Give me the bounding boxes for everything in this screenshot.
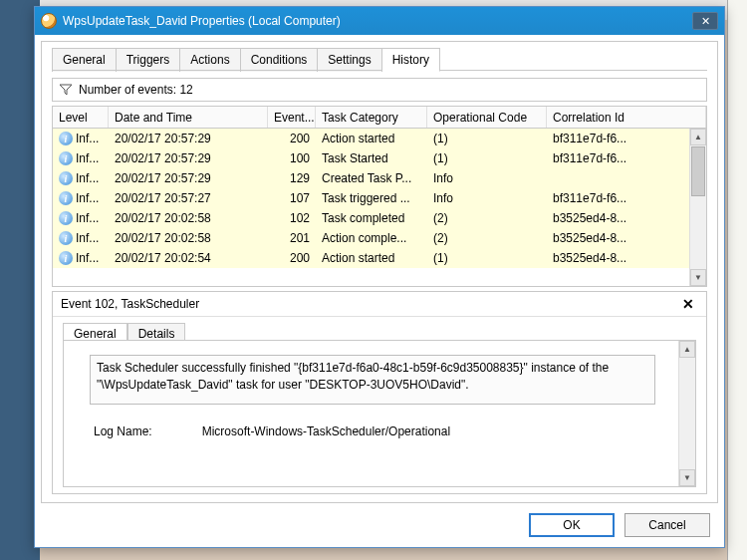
cell-date: 20/02/17 20:57:29 [109,171,268,185]
cell-event: 129 [268,171,316,185]
event-count-bar: Number of events: 12 [52,78,707,102]
log-name-value: Microsoft-Windows-TaskScheduler/Operatio… [202,424,450,438]
cell-level: iInf... [53,251,109,265]
cell-event: 107 [268,191,316,205]
cell-date: 20/02/17 20:02:54 [109,251,268,265]
cell-corr: bf311e7d-f6... [547,191,689,205]
cell-op: (2) [427,211,547,225]
event-count-label: Number of events: 12 [79,83,193,97]
grid-header: Level Date and Time Event... Task Catego… [53,107,706,129]
table-row[interactable]: iInf...20/02/17 20:57:29100Task Started(… [53,148,689,168]
close-button[interactable]: ✕ [692,12,718,30]
filter-icon[interactable] [59,84,73,96]
info-icon: i [59,151,73,165]
cell-event: 200 [268,132,316,145]
col-corr[interactable]: Correlation Id [547,107,706,128]
tab-actions[interactable]: Actions [180,48,240,72]
log-name-row: Log Name: Microsoft-Windows-TaskSchedule… [94,424,450,438]
cell-event: 200 [268,251,316,265]
table-row[interactable]: iInf...20/02/17 20:57:29200Action starte… [53,129,689,148]
table-row[interactable]: iInf...20/02/17 20:02:54200Action starte… [53,248,689,268]
app-icon [41,13,57,29]
info-icon: i [59,211,73,225]
client-area: General Triggers Actions Conditions Sett… [41,41,718,503]
scroll-up-button[interactable]: ▲ [690,129,706,145]
detail-scroll-up[interactable]: ▲ [679,341,695,358]
cell-op: (1) [427,251,547,265]
properties-dialog: WpsUpdateTask_David Properties (Local Co… [34,6,725,548]
cell-task: Action started [316,251,427,265]
event-detail-close-icon[interactable]: ✕ [678,296,698,312]
cell-event: 102 [268,211,316,225]
cancel-button[interactable]: Cancel [624,513,710,537]
cell-level: iInf... [53,132,109,145]
grid-body[interactable]: iInf...20/02/17 20:57:29200Action starte… [53,129,689,286]
cell-date: 20/02/17 20:02:58 [109,211,268,225]
cell-task: Action comple... [316,231,427,245]
cell-corr: bf311e7d-f6... [547,132,689,145]
tab-underline [52,70,707,71]
event-detail-panel: Event 102, TaskScheduler ✕ General Detai… [52,291,707,494]
scroll-thumb[interactable] [691,146,705,196]
cell-corr: b3525ed4-8... [547,231,689,245]
cell-corr: bf311e7d-f6... [547,151,689,165]
col-task[interactable]: Task Category [316,107,427,128]
info-icon: i [59,171,73,185]
table-row[interactable]: iInf...20/02/17 20:02:58201Action comple… [53,228,689,248]
cell-op: Info [427,171,547,185]
tab-general[interactable]: General [52,48,117,72]
col-level[interactable]: Level [53,107,109,128]
cell-task: Task triggered ... [316,191,427,205]
event-detail-title: Event 102, TaskScheduler [61,297,678,311]
cell-event: 201 [268,231,316,245]
tab-settings[interactable]: Settings [318,48,381,72]
info-icon: i [59,251,73,265]
detail-frame: Task Scheduler successfully finished "{b… [63,340,696,487]
detail-scroll-down[interactable]: ▼ [679,469,695,486]
event-grid: Level Date and Time Event... Task Catego… [52,106,707,287]
detail-scrollbar[interactable]: ▲ ▼ [678,341,695,486]
dialog-buttons: OK Cancel [529,513,710,537]
main-tabs: General Triggers Actions Conditions Sett… [52,48,440,72]
table-row[interactable]: iInf...20/02/17 20:02:58102Task complete… [53,208,689,228]
cell-level: iInf... [53,231,109,245]
history-panel: Number of events: 12 Level Date and Time… [52,78,707,494]
table-row[interactable]: iInf...20/02/17 20:57:29129Created Task … [53,168,689,188]
cell-op: (2) [427,231,547,245]
cell-date: 20/02/17 20:57:29 [109,151,268,165]
cell-date: 20/02/17 20:57:29 [109,132,268,145]
grid-scrollbar[interactable]: ▲ ▼ [689,129,706,286]
ok-button[interactable]: OK [529,513,615,537]
info-icon: i [59,231,73,245]
detail-scroll-track[interactable] [679,358,695,469]
cell-level: iInf... [53,171,109,185]
cell-date: 20/02/17 20:02:58 [109,231,268,245]
col-date[interactable]: Date and Time [109,107,268,128]
col-op[interactable]: Operational Code [427,107,547,128]
background-right [727,0,747,560]
cell-task: Task Started [316,151,427,165]
tab-triggers[interactable]: Triggers [117,48,181,72]
cell-task: Action started [316,132,427,145]
scroll-down-button[interactable]: ▼ [690,269,706,286]
scroll-track[interactable] [690,197,706,269]
cell-date: 20/02/17 20:57:27 [109,191,268,205]
cell-task: Task completed [316,211,427,225]
titlebar: WpsUpdateTask_David Properties (Local Co… [35,7,724,35]
cell-level: iInf... [53,211,109,225]
cell-op: (1) [427,151,547,165]
tab-history[interactable]: History [382,48,440,72]
cell-level: iInf... [53,151,109,165]
cell-event: 100 [268,151,316,165]
cell-corr: b3525ed4-8... [547,251,689,265]
col-event[interactable]: Event... [268,107,316,128]
info-icon: i [59,191,73,205]
tab-conditions[interactable]: Conditions [241,48,319,72]
cell-op: (1) [427,132,547,145]
cell-op: Info [427,191,547,205]
cell-corr: b3525ed4-8... [547,211,689,225]
event-message-box[interactable]: Task Scheduler successfully finished "{b… [90,355,655,405]
window-title: WpsUpdateTask_David Properties (Local Co… [63,14,692,28]
table-row[interactable]: iInf...20/02/17 20:57:27107Task triggere… [53,188,689,208]
log-name-label: Log Name: [94,424,152,438]
